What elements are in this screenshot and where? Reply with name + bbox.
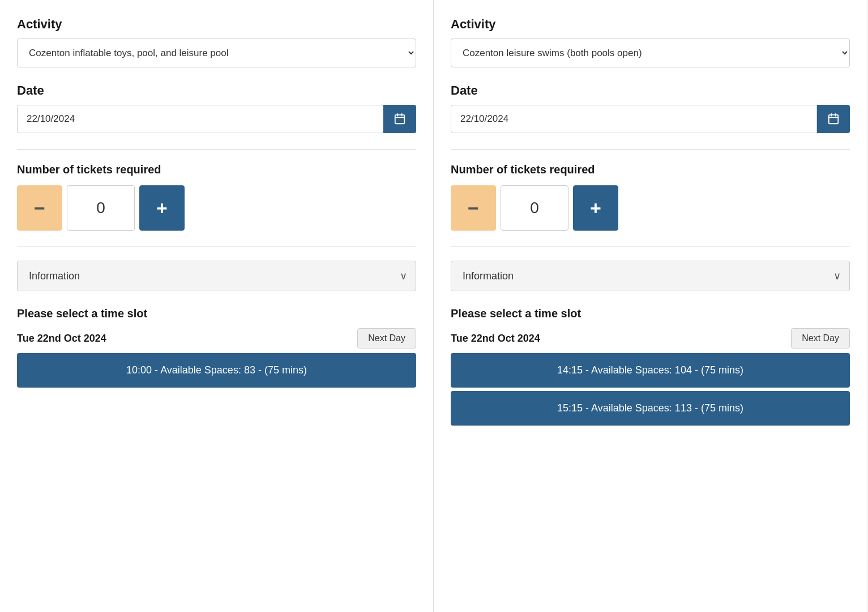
left-info-select[interactable]: Information [17,261,416,291]
right-tickets-label: Number of tickets required [451,163,850,176]
right-calendar-icon [827,113,840,125]
left-tickets-section: Number of tickets required − 0 + [17,163,416,231]
right-tickets-section: Number of tickets required − 0 + [451,163,850,231]
right-time-slot-label: Please select a time slot [451,307,850,320]
left-date-section: Date [17,83,416,133]
svg-rect-4 [829,115,839,124]
right-plus-button[interactable]: + [573,185,618,231]
right-panel: Activity Cozenton leisure swims (both po… [434,0,867,612]
right-date-section: Date [451,83,850,133]
left-date-label: Date [17,83,416,98]
left-divider2 [17,246,416,247]
right-minus-button[interactable]: − [451,185,496,231]
right-stepper: − 0 + [451,185,850,231]
left-panel: Activity Cozenton inflatable toys, pool,… [0,0,434,612]
left-time-slot-section: Please select a time slot Tue 22nd Oct 2… [17,307,416,388]
right-date-label: Date [451,83,850,98]
left-info-dropdown-container: Information ∨ [17,261,416,291]
right-divider2 [451,246,850,247]
right-activity-select[interactable]: Cozenton leisure swims (both pools open) [451,39,850,67]
left-time-slot-date: Tue 22nd Oct 2024 [17,333,106,345]
left-date-input[interactable] [17,105,383,133]
left-activity-label: Activity [17,17,416,32]
left-time-slot-header: Tue 22nd Oct 2024 Next Day [17,328,416,348]
left-minus-button[interactable]: − [17,185,62,231]
right-activity-label: Activity [451,17,850,32]
left-ticket-count: 0 [67,185,135,231]
left-divider1 [17,149,416,150]
right-info-dropdown-container: Information ∨ [451,261,850,291]
left-calendar-button[interactable] [383,105,416,133]
right-ticket-count: 0 [501,185,568,231]
left-activity-select[interactable]: Cozenton inflatable toys, pool, and leis… [17,39,416,67]
left-slot1[interactable]: 10:00 - Available Spaces: 83 - (75 mins) [17,353,416,388]
right-date-input[interactable] [451,105,817,133]
left-time-slot-label: Please select a time slot [17,307,416,320]
right-next-day-button[interactable]: Next Day [791,328,850,348]
right-time-slot-header: Tue 22nd Oct 2024 Next Day [451,328,850,348]
left-plus-button[interactable]: + [139,185,185,231]
right-date-row [451,105,850,133]
right-slot1[interactable]: 14:15 - Available Spaces: 104 - (75 mins… [451,353,850,388]
left-date-row [17,105,416,133]
left-stepper: − 0 + [17,185,416,231]
right-slot2[interactable]: 15:15 - Available Spaces: 113 - (75 mins… [451,391,850,426]
left-calendar-icon [394,113,406,125]
right-time-slot-date: Tue 22nd Oct 2024 [451,333,540,345]
right-calendar-button[interactable] [817,105,850,133]
left-tickets-label: Number of tickets required [17,163,416,176]
right-info-select[interactable]: Information [451,261,850,291]
left-next-day-button[interactable]: Next Day [357,328,416,348]
right-time-slot-section: Please select a time slot Tue 22nd Oct 2… [451,307,850,426]
svg-rect-0 [395,115,405,124]
right-divider1 [451,149,850,150]
